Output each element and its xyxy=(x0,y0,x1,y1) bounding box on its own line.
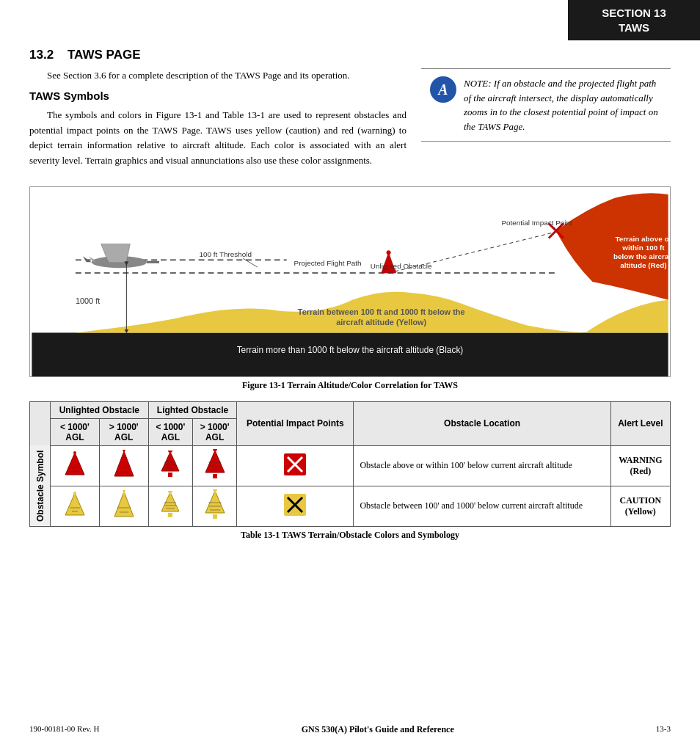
section-number: 13.2 xyxy=(29,48,54,62)
svg-point-39 xyxy=(168,451,172,453)
section-title: TAWS PAGE xyxy=(68,48,141,62)
lighted-header: Lighted Obstacle xyxy=(148,401,237,418)
icon-un-gt1000-warn xyxy=(99,445,148,486)
table-caption: Table 13-1 TAWS Terrain/Obstacle Colors … xyxy=(29,530,671,541)
icon-li-gt1000-caut xyxy=(192,486,236,526)
note-box: A NOTE: If an obstacle and the projected… xyxy=(421,68,671,142)
svg-point-55 xyxy=(73,492,76,495)
svg-text:Terrain more than 1000 ft belo: Terrain more than 1000 ft below the airc… xyxy=(237,345,464,355)
svg-text:Unlighted Obstacle: Unlighted Obstacle xyxy=(371,262,432,270)
figure-container: Terrain more than 1000 ft below the airc… xyxy=(29,186,671,391)
icon-li-lt1000-warn xyxy=(148,445,192,486)
svg-text:within 100 ft: within 100 ft xyxy=(621,244,665,252)
icon-potential-warn xyxy=(237,445,354,486)
svg-rect-36 xyxy=(168,473,172,477)
obstacle-symbol-label: Obstacle Symbol xyxy=(30,445,51,526)
svg-rect-43 xyxy=(213,474,217,478)
location-warn: Obstacle above or within 100' below curr… xyxy=(354,445,610,486)
svg-text:100 ft Threshold: 100 ft Threshold xyxy=(200,250,252,258)
svg-point-28 xyxy=(73,451,76,454)
section-header: SECTION 13 TAWS xyxy=(568,0,700,40)
svg-text:aircraft altitude (Yellow): aircraft altitude (Yellow) xyxy=(336,318,426,327)
footer: 190-00181-00 Rev. H GNS 530(A) Pilot's G… xyxy=(0,724,700,735)
note-text: NOTE: If an obstacle and the projected f… xyxy=(464,76,662,134)
icon-potential-caut xyxy=(237,486,354,526)
un-lt1000: < 1000'AGL xyxy=(51,418,100,445)
header-line1: SECTION 13 xyxy=(577,6,691,21)
alert-caut: CAUTION(Yellow) xyxy=(610,486,670,526)
footer-right: 13-3 xyxy=(656,724,671,735)
potential-header: Potential Impact Points xyxy=(237,401,354,445)
svg-text:Terrain between 100 ft and 100: Terrain between 100 ft and 1000 ft below… xyxy=(298,307,465,316)
terrain-diagram: Terrain more than 1000 ft below the airc… xyxy=(30,187,670,376)
li-gt1000: > 1000'AGL xyxy=(192,418,236,445)
svg-point-60 xyxy=(123,490,125,492)
unlighted-header: Unlighted Obstacle xyxy=(51,401,149,418)
svg-point-73 xyxy=(213,489,217,492)
figure-box: Terrain more than 1000 ft below the airc… xyxy=(29,186,671,377)
svg-rect-70 xyxy=(213,514,217,519)
section-intro: See Section 3.6 for a complete descripti… xyxy=(29,68,406,84)
svg-text:altitude (Red): altitude (Red) xyxy=(620,261,666,269)
svg-text:Terrain above or: Terrain above or xyxy=(615,235,670,243)
header-line2: TAWS xyxy=(577,21,691,35)
note-icon: A xyxy=(430,76,456,103)
icon-un-lt1000-caut xyxy=(51,486,100,526)
svg-point-66 xyxy=(168,491,172,493)
side-label-header xyxy=(30,401,51,445)
svg-point-33 xyxy=(123,450,125,451)
icon-un-gt1000-caut xyxy=(99,486,148,526)
alert-header: Alert Level xyxy=(610,401,670,445)
alert-warn: WARNING(Red) xyxy=(610,445,670,486)
subsection-body: The symbols and colors in Figure 13-1 an… xyxy=(29,108,406,169)
icon-li-gt1000-warn xyxy=(192,445,236,486)
footer-center: GNS 530(A) Pilot's Guide and Reference xyxy=(302,724,454,735)
location-header: Obstacle Location xyxy=(354,401,610,445)
footer-left: 190-00181-00 Rev. H xyxy=(29,724,100,735)
svg-text:1000 ft: 1000 ft xyxy=(76,296,100,305)
subsection-title: TAWS Symbols xyxy=(29,90,406,102)
figure-caption: Figure 13-1 Terrain Altitude/Color Corre… xyxy=(29,380,671,391)
icon-un-lt1000-warn xyxy=(51,445,100,486)
svg-text:below the aircraft: below the aircraft xyxy=(613,252,670,260)
svg-text:Projected Flight Path: Projected Flight Path xyxy=(294,259,362,267)
svg-point-18 xyxy=(387,250,391,255)
svg-point-46 xyxy=(213,449,217,451)
svg-text:Potential Impact Point: Potential Impact Point xyxy=(501,219,572,227)
obstacle-table: Unlighted Obstacle Lighted Obstacle Pote… xyxy=(29,401,671,527)
table-section: Unlighted Obstacle Lighted Obstacle Pote… xyxy=(29,401,671,541)
li-lt1000: < 1000'AGL xyxy=(148,418,192,445)
icon-li-lt1000-caut xyxy=(148,486,192,526)
svg-rect-63 xyxy=(168,513,172,517)
location-caut: Obstacle between 100' and 1000' below cu… xyxy=(354,486,610,526)
un-gt1000: > 1000'AGL xyxy=(99,418,148,445)
